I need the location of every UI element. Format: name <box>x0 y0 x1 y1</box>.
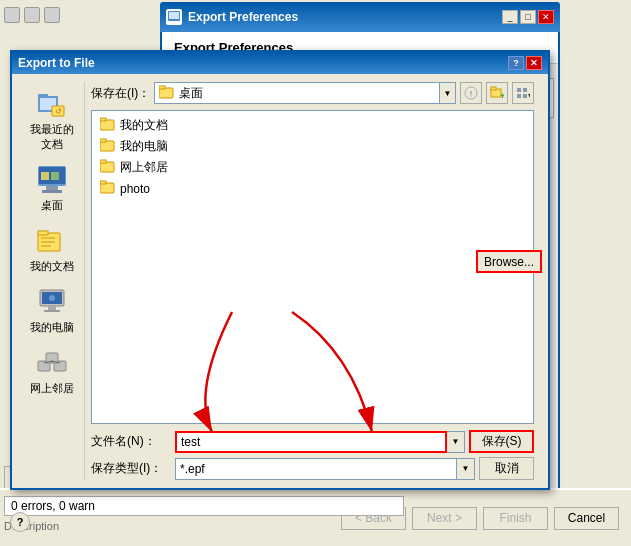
close-button[interactable]: ✕ <box>538 10 554 24</box>
location-label: 保存在(I)： <box>91 85 150 102</box>
next-button[interactable]: Next > <box>412 507 477 530</box>
file-toolbar: 保存在(I)： 桌面 ▼ <box>91 82 534 104</box>
desktop-icon <box>36 164 68 196</box>
toolbar-icon-2[interactable] <box>24 7 40 23</box>
dialog-titlebar[interactable]: Export to File ? ✕ <box>12 52 548 74</box>
svg-rect-17 <box>41 172 49 180</box>
maximize-button[interactable]: □ <box>520 10 536 24</box>
svg-rect-36 <box>159 86 165 89</box>
browse-button[interactable]: Browse... <box>476 250 542 273</box>
recent-icon: ↺ <box>36 88 68 120</box>
svg-rect-54 <box>100 181 106 184</box>
problems-content: 0 errors, 0 warn <box>4 496 404 516</box>
svg-text:▾: ▾ <box>528 91 530 100</box>
dialog-content: ↺ 我最近的文档 <box>12 74 548 488</box>
sidebar-item-recent[interactable]: ↺ 我最近的文档 <box>23 86 81 154</box>
save-button[interactable]: 保存(S) <box>469 430 534 453</box>
svg-rect-21 <box>41 237 55 239</box>
wizard-bottom-bar: P Problems ▶ 0 errors, 0 warn Descriptio… <box>0 488 631 546</box>
svg-rect-48 <box>100 118 106 121</box>
ide-toolbar <box>0 0 160 30</box>
export-pref-title: Export Preferences <box>188 10 502 24</box>
svg-rect-45 <box>523 94 527 98</box>
file-type-value[interactable]: *.epf <box>175 458 457 480</box>
svg-rect-26 <box>48 306 56 310</box>
export-pref-titlebar[interactable]: Export Preferences _ □ ✕ <box>160 2 560 32</box>
sidebar-mycomp-label: 我的电脑 <box>30 320 74 335</box>
svg-rect-44 <box>517 94 521 98</box>
export-to-file-dialog[interactable]: Export to File ? ✕ ↺ <box>10 50 550 490</box>
svg-point-28 <box>49 295 55 301</box>
cancel-button[interactable]: 取消 <box>479 457 534 480</box>
finish-button[interactable]: Finish <box>483 507 548 530</box>
ide-background: Export Preferences _ □ ✕ Export Preferen… <box>0 0 631 546</box>
file-folder-icon-0 <box>100 117 116 134</box>
svg-rect-23 <box>41 245 51 247</box>
browse-button-wrapper[interactable]: Browse... <box>476 250 542 273</box>
file-folder-icon-3 <box>100 180 116 197</box>
file-item-0[interactable]: 我的文档 <box>96 115 529 136</box>
file-name-label: 文件名(N)： <box>91 433 171 450</box>
file-item-3[interactable]: photo <box>96 178 529 199</box>
help-button[interactable]: ? <box>10 512 30 532</box>
mydocs-icon <box>36 225 68 257</box>
file-name-dropdown-arrow[interactable]: ▼ <box>447 431 465 453</box>
dialog-close-button[interactable]: ✕ <box>526 56 542 70</box>
dialog-controls[interactable]: ? ✕ <box>508 56 542 70</box>
folder-icon-small <box>159 85 175 102</box>
svg-rect-15 <box>46 186 58 190</box>
svg-rect-50 <box>100 139 106 142</box>
location-dropdown-arrow[interactable]: ▼ <box>440 82 456 104</box>
wizard-cancel-button[interactable]: Cancel <box>554 507 619 530</box>
window-controls[interactable]: _ □ ✕ <box>502 10 554 24</box>
file-type-label: 保存类型(I)： <box>91 460 171 477</box>
view-menu-btn[interactable]: ▾ <box>512 82 534 104</box>
svg-rect-43 <box>523 88 527 92</box>
toolbar-icon-1[interactable] <box>4 7 20 23</box>
sidebar-item-mydocs[interactable]: 我的文档 <box>23 223 81 276</box>
file-item-name-3: photo <box>120 182 150 196</box>
mycomp-icon <box>36 286 68 318</box>
svg-text:↺: ↺ <box>55 107 62 116</box>
location-field[interactable]: 桌面 ▼ <box>154 82 456 104</box>
export-pref-icon <box>166 9 182 25</box>
svg-rect-42 <box>517 88 521 92</box>
file-name-input[interactable] <box>175 431 447 453</box>
file-list[interactable]: 我的文档 我的电脑 <box>91 110 534 424</box>
svg-text:↑: ↑ <box>469 88 474 99</box>
dialog-title: Export to File <box>18 56 508 70</box>
toolbar-icon-3[interactable] <box>44 7 60 23</box>
file-item-name-1: 我的电脑 <box>120 138 168 155</box>
file-name-row: 文件名(N)： ▼ 保存(S) <box>91 430 534 453</box>
location-value[interactable]: 桌面 <box>154 82 440 104</box>
sidebar-mydocs-label: 我的文档 <box>30 259 74 274</box>
file-type-field-wrapper[interactable]: *.epf ▼ <box>175 458 475 480</box>
file-item-2[interactable]: 网上邻居 <box>96 157 529 178</box>
sidebar-item-network[interactable]: 网上邻居 <box>23 345 81 398</box>
file-item-name-0: 我的文档 <box>120 117 168 134</box>
svg-rect-16 <box>42 190 62 193</box>
svg-rect-9 <box>38 94 48 98</box>
nav-back-btn[interactable]: ↑ <box>460 82 482 104</box>
svg-rect-20 <box>38 231 48 235</box>
file-type-row: 保存类型(I)： *.epf ▼ 取消 <box>91 457 534 480</box>
new-folder-btn[interactable]: + <box>486 82 508 104</box>
file-name-field-wrapper[interactable]: ▼ <box>175 431 465 453</box>
svg-rect-22 <box>41 241 55 243</box>
network-icon <box>36 347 68 379</box>
dialog-help-button[interactable]: ? <box>508 56 524 70</box>
svg-text:+: + <box>500 91 504 100</box>
file-folder-icon-1 <box>100 138 116 155</box>
svg-rect-1 <box>169 12 179 19</box>
sidebar-desktop-label: 桌面 <box>41 198 63 213</box>
sidebar-item-desktop[interactable]: 桌面 <box>23 162 81 215</box>
svg-rect-52 <box>100 160 106 163</box>
sidebar-item-mycomp[interactable]: 我的电脑 <box>23 284 81 337</box>
sidebar-recent-label: 我最近的文档 <box>25 122 79 152</box>
svg-rect-40 <box>491 87 496 90</box>
minimize-button[interactable]: _ <box>502 10 518 24</box>
file-type-arrow[interactable]: ▼ <box>457 458 475 480</box>
file-item-1[interactable]: 我的电脑 <box>96 136 529 157</box>
svg-rect-27 <box>44 310 60 312</box>
file-folder-icon-2 <box>100 159 116 176</box>
